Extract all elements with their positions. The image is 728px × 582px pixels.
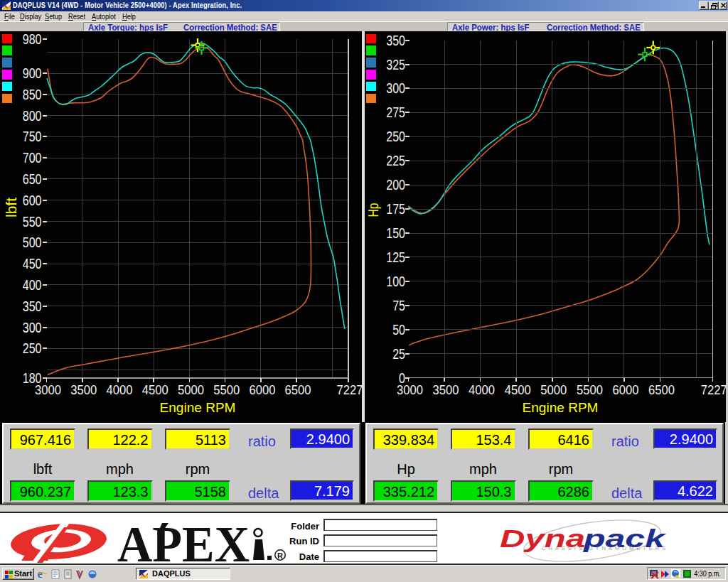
svg-text:100: 100 <box>386 274 405 289</box>
svg-text:3500: 3500 <box>433 382 459 397</box>
svg-text:850: 850 <box>23 87 42 102</box>
svg-text:6000: 6000 <box>249 382 275 397</box>
svg-text:980: 980 <box>23 31 42 47</box>
svg-text:300: 300 <box>386 80 405 96</box>
svg-text:250: 250 <box>23 340 42 356</box>
svg-text:3500: 3500 <box>70 382 97 397</box>
svg-text:5000: 5000 <box>178 382 204 397</box>
svg-text:750: 750 <box>23 129 42 144</box>
svg-text:e: e <box>38 569 43 579</box>
svg-text:275: 275 <box>386 104 405 120</box>
svg-text:500: 500 <box>23 235 42 250</box>
svg-text:4500: 4500 <box>505 382 531 397</box>
svg-text:6500: 6500 <box>285 382 311 397</box>
svg-text:800: 800 <box>23 108 42 124</box>
svg-text:700: 700 <box>23 150 42 166</box>
svg-text:650: 650 <box>23 171 42 187</box>
svg-text:3000: 3000 <box>35 382 61 397</box>
svg-text:5000: 5000 <box>540 382 567 397</box>
svg-text:4500: 4500 <box>142 382 168 397</box>
svg-text:125: 125 <box>386 249 405 265</box>
svg-text:350: 350 <box>23 298 42 314</box>
svg-text:350: 350 <box>386 33 405 48</box>
svg-text:lbft: lbft <box>4 198 19 217</box>
svg-text:Engine RPM: Engine RPM <box>523 400 599 415</box>
svg-text:5500: 5500 <box>577 382 603 397</box>
svg-text:550: 550 <box>23 214 42 230</box>
svg-text:APEX: APEX <box>117 522 250 563</box>
svg-text:450: 450 <box>23 256 42 271</box>
svg-text:150: 150 <box>386 225 405 241</box>
svg-text:4000: 4000 <box>107 382 133 397</box>
svg-text:25: 25 <box>392 346 405 362</box>
svg-text:Dyna: Dyna <box>500 524 585 552</box>
svg-text:175: 175 <box>386 201 405 217</box>
svg-text:325: 325 <box>386 57 405 72</box>
svg-text:200: 200 <box>386 177 405 193</box>
svg-text:7227: 7227 <box>701 382 727 397</box>
svg-text:4000: 4000 <box>469 382 495 397</box>
svg-text:300: 300 <box>23 320 42 335</box>
svg-text:6500: 6500 <box>648 382 675 397</box>
svg-text:600: 600 <box>23 193 42 208</box>
svg-text:900: 900 <box>23 65 42 81</box>
svg-text:250: 250 <box>386 129 405 144</box>
svg-text:400: 400 <box>23 277 42 293</box>
svg-text:7227: 7227 <box>337 382 363 397</box>
svg-text:pack: pack <box>583 524 667 552</box>
svg-text:6000: 6000 <box>612 382 638 397</box>
svg-text:75: 75 <box>392 298 405 313</box>
svg-text:Hp: Hp <box>365 203 381 217</box>
svg-text:5500: 5500 <box>213 382 240 397</box>
svg-text:3000: 3000 <box>397 382 423 397</box>
svg-text:225: 225 <box>386 153 405 168</box>
svg-text:50: 50 <box>392 322 405 338</box>
svg-text:Engine RPM: Engine RPM <box>160 400 236 415</box>
